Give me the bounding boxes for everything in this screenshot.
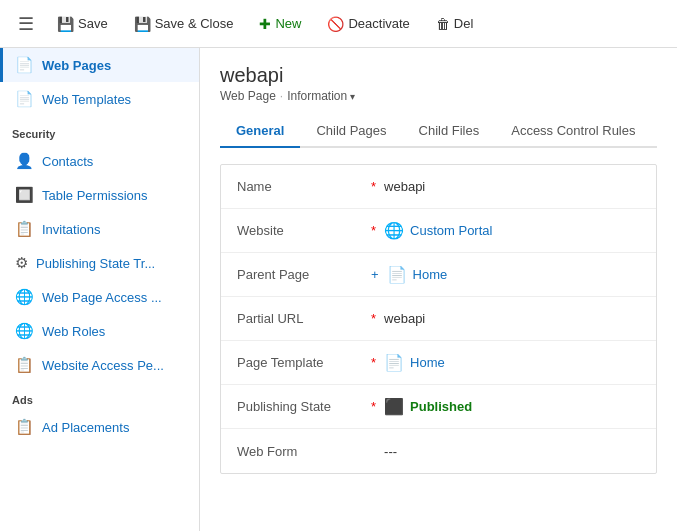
tab-child-pages[interactable]: Child Pages xyxy=(300,115,402,148)
field-website-row: Website * 🌐 Custom Portal xyxy=(221,209,656,253)
field-page-template-text: Home xyxy=(410,355,445,370)
chevron-down-icon: ▾ xyxy=(350,91,355,102)
field-website-label: Website xyxy=(237,223,367,238)
field-name-required: * xyxy=(371,179,376,194)
breadcrumb-view[interactable]: Information ▾ xyxy=(287,89,355,103)
delete-button[interactable]: 🗑 Del xyxy=(425,9,485,39)
field-name-row: Name * webapi xyxy=(221,165,656,209)
published-icon: ⬛ xyxy=(384,397,404,416)
save-close-button[interactable]: 💾 Save & Close xyxy=(123,9,245,39)
save-label: Save xyxy=(78,16,108,31)
invitations-icon: 📋 xyxy=(15,220,34,238)
web-pages-icon: 📄 xyxy=(15,56,34,74)
save-button[interactable]: 💾 Save xyxy=(46,9,119,39)
new-icon: ✚ xyxy=(259,16,271,32)
field-website-text: Custom Portal xyxy=(410,223,492,238)
deactivate-icon: 🚫 xyxy=(327,16,344,32)
ad-placements-icon: 📋 xyxy=(15,418,34,436)
sidebar-item-website-access-label: Website Access Pe... xyxy=(42,358,164,373)
field-partial-url-label: Partial URL xyxy=(237,311,367,326)
breadcrumb-entity: Web Page xyxy=(220,89,276,103)
publishing-state-icon: ⚙ xyxy=(15,254,28,272)
field-web-form-label: Web Form xyxy=(237,444,367,459)
sidebar-item-contacts-label: Contacts xyxy=(42,154,93,169)
delete-label: Del xyxy=(454,16,474,31)
field-web-form-row: Web Form * --- xyxy=(221,429,656,473)
sidebar-item-publishing-state[interactable]: ⚙ Publishing State Tr... xyxy=(0,246,199,280)
sidebar-item-web-pages[interactable]: 📄 Web Pages xyxy=(0,48,199,82)
sidebar-item-web-roles-label: Web Roles xyxy=(42,324,105,339)
web-templates-icon: 📄 xyxy=(15,90,34,108)
field-publishing-state-value[interactable]: ⬛ Published xyxy=(384,397,472,416)
field-parent-page-value[interactable]: 📄 Home xyxy=(387,265,448,284)
save-close-label: Save & Close xyxy=(155,16,234,31)
security-section-label: Security xyxy=(0,116,199,144)
field-website-value[interactable]: 🌐 Custom Portal xyxy=(384,221,492,240)
field-web-form-value: --- xyxy=(384,444,397,459)
contacts-icon: 👤 xyxy=(15,152,34,170)
sidebar-item-web-page-access[interactable]: 🌐 Web Page Access ... xyxy=(0,280,199,314)
new-label: New xyxy=(275,16,301,31)
field-publishing-state-row: Publishing State * ⬛ Published xyxy=(221,385,656,429)
sidebar-item-web-pages-label: Web Pages xyxy=(42,58,111,73)
save-icon: 💾 xyxy=(57,16,74,32)
sidebar-item-contacts[interactable]: 👤 Contacts xyxy=(0,144,199,178)
field-parent-page-label: Parent Page xyxy=(237,267,367,282)
sidebar-item-web-page-access-label: Web Page Access ... xyxy=(42,290,162,305)
field-page-template-value[interactable]: 📄 Home xyxy=(384,353,445,372)
sidebar-item-invitations-label: Invitations xyxy=(42,222,101,237)
sidebar-item-table-permissions-label: Table Permissions xyxy=(42,188,148,203)
deactivate-label: Deactivate xyxy=(348,16,409,31)
breadcrumb-view-label: Information xyxy=(287,89,347,103)
sidebar-item-website-access[interactable]: 📋 Website Access Pe... xyxy=(0,348,199,382)
field-publishing-state-text: Published xyxy=(410,399,472,414)
deactivate-button[interactable]: 🚫 Deactivate xyxy=(316,9,420,39)
globe-icon: 🌐 xyxy=(384,221,404,240)
tab-child-files[interactable]: Child Files xyxy=(403,115,496,148)
sidebar-item-table-permissions[interactable]: 🔲 Table Permissions xyxy=(0,178,199,212)
sidebar-item-invitations[interactable]: 📋 Invitations xyxy=(0,212,199,246)
delete-icon: 🗑 xyxy=(436,16,450,32)
field-parent-page-text: Home xyxy=(413,267,448,282)
field-name-label: Name xyxy=(237,179,367,194)
sidebar-item-ad-placements[interactable]: 📋 Ad Placements xyxy=(0,410,199,444)
tab-general[interactable]: General xyxy=(220,115,300,148)
sidebar-item-web-roles[interactable]: 🌐 Web Roles xyxy=(0,314,199,348)
web-roles-icon: 🌐 xyxy=(15,322,34,340)
content-area: webapi Web Page · Information ▾ General … xyxy=(200,48,677,531)
form-card: Name * webapi Website * 🌐 Custom Portal … xyxy=(220,164,657,474)
field-parent-page-row: Parent Page + 📄 Home xyxy=(221,253,656,297)
page-icon: 📄 xyxy=(387,265,407,284)
page-title: webapi xyxy=(220,64,657,87)
web-page-access-icon: 🌐 xyxy=(15,288,34,306)
sidebar-item-web-templates[interactable]: 📄 Web Templates xyxy=(0,82,199,116)
new-button[interactable]: ✚ New xyxy=(248,9,312,39)
sidebar-item-publishing-state-label: Publishing State Tr... xyxy=(36,256,155,271)
field-page-template-required: * xyxy=(371,355,376,370)
sidebar: 📄 Web Pages 📄 Web Templates Security 👤 C… xyxy=(0,48,200,531)
toolbar: ☰ 💾 Save 💾 Save & Close ✚ New 🚫 Deactiva… xyxy=(0,0,677,48)
field-publishing-state-label: Publishing State xyxy=(237,399,367,414)
field-partial-url-required: * xyxy=(371,311,376,326)
hamburger-icon[interactable]: ☰ xyxy=(10,7,42,41)
breadcrumb: Web Page · Information ▾ xyxy=(220,89,657,103)
ads-section-label: Ads xyxy=(0,382,199,410)
field-page-template-row: Page Template * 📄 Home xyxy=(221,341,656,385)
breadcrumb-separator: · xyxy=(280,89,283,103)
tabs: General Child Pages Child Files Access C… xyxy=(220,115,657,148)
main-layout: 📄 Web Pages 📄 Web Templates Security 👤 C… xyxy=(0,48,677,531)
field-publishing-state-required: * xyxy=(371,399,376,414)
field-website-required: * xyxy=(371,223,376,238)
field-name-value: webapi xyxy=(384,179,425,194)
field-page-template-label: Page Template xyxy=(237,355,367,370)
table-permissions-icon: 🔲 xyxy=(15,186,34,204)
field-partial-url-value: webapi xyxy=(384,311,425,326)
website-access-icon: 📋 xyxy=(15,356,34,374)
field-partial-url-row: Partial URL * webapi xyxy=(221,297,656,341)
tab-access-control-rules[interactable]: Access Control Rules xyxy=(495,115,651,148)
sidebar-item-web-templates-label: Web Templates xyxy=(42,92,131,107)
template-icon: 📄 xyxy=(384,353,404,372)
field-parent-page-required: + xyxy=(371,267,379,282)
sidebar-item-ad-placements-label: Ad Placements xyxy=(42,420,129,435)
save-close-icon: 💾 xyxy=(134,16,151,32)
